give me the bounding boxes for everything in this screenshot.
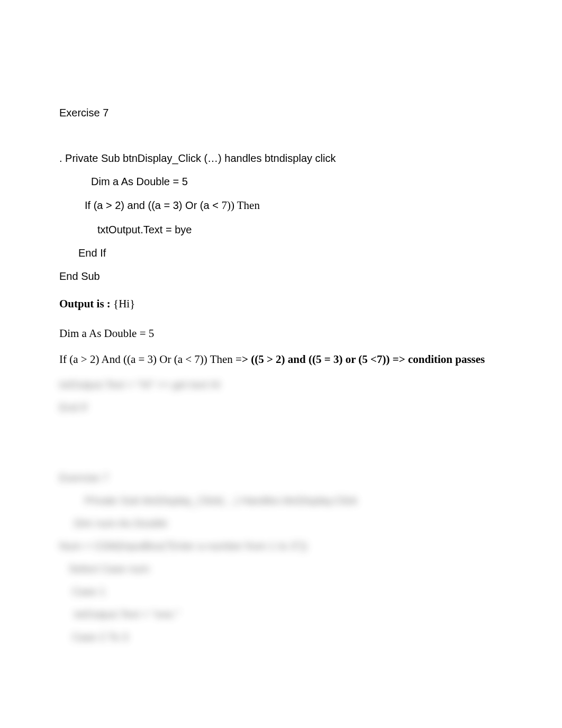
blurred-line: Case 1 [59,586,503,598]
output-value: {Hi} [113,297,135,310]
explanation-line: If (a > 2) And ((a = 3) Or (a < 7)) Then… [59,351,503,368]
blurred-line: Private Sub btnDisplay_Click(…) Handles … [59,495,503,507]
explanation-text: If (a > 2) And ((a = 3) Or (a < 7)) Then… [59,353,242,366]
code-line: txtOutput.Text = bye [59,223,503,236]
blurred-line: txtOutput.Text = "Hi" => get text Hi [59,379,503,391]
code-line: End If [59,246,503,260]
blurred-line: txtOutput.Text = "one." [59,608,503,621]
code-line: If (a > 2) and ((a = 3) Or (a < 7)) Then [59,198,503,213]
document-page: Exercise 7 . Private Sub btnDisplay_Clic… [0,0,562,643]
code-line: End Sub [59,269,503,283]
code-text: If (a > 2) and ((a = 3) Or (a < [85,199,221,211]
blurred-line: Exercise 7 [59,472,503,484]
code-line: Dim a As Double = 5 [59,175,503,188]
blurred-line: Num = CDbl(InputBox("Enter a number from… [59,540,503,552]
explanation-line: Dim a As Double = 5 [59,325,503,342]
blurred-line: Case 2 To 3 [59,631,503,643]
explanation-bold: > ((5 > 2) and ((5 = 3) or (5 <7)) => co… [242,353,485,366]
blurred-line: End If [59,402,503,414]
output-label: Output is : [59,297,113,310]
code-text: 7)) Then [221,199,260,212]
blurred-line: Dim num As Double [59,517,503,530]
output-line: Output is : {Hi} [59,296,503,313]
exercise-title: Exercise 7 [59,106,503,120]
blurred-preview: txtOutput.Text = "Hi" => get text Hi End… [59,379,503,643]
code-line: . Private Sub btnDisplay_Click (…) handl… [59,151,503,165]
blurred-line: Select Case num [59,563,503,575]
